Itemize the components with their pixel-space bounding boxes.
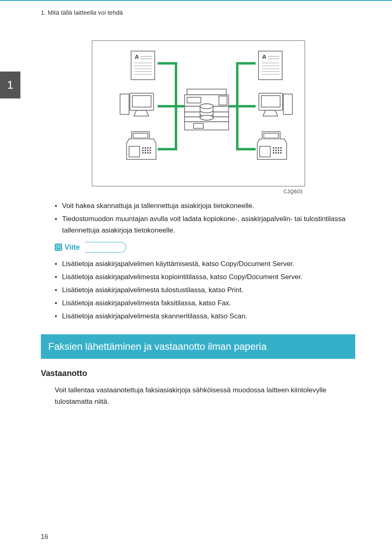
fax-icon xyxy=(257,132,287,159)
chapter-tab: 1 xyxy=(0,72,20,98)
svg-rect-31 xyxy=(185,122,229,130)
svg-rect-18 xyxy=(120,94,129,114)
svg-text:A: A xyxy=(262,54,266,60)
page: 1. Mitä tällä laitteella voi tehdä 1 xyxy=(0,0,392,557)
list-item: Lisätietoja asiakirjapalvelimesta skanne… xyxy=(55,311,355,322)
list-item: Lisätietoja asiakirjapalvelimesta kopioi… xyxy=(55,271,355,283)
svg-point-40 xyxy=(150,148,151,148)
svg-point-47 xyxy=(147,152,148,153)
svg-point-57 xyxy=(281,150,281,151)
svg-point-43 xyxy=(147,150,148,151)
svg-point-60 xyxy=(278,152,279,153)
svg-point-53 xyxy=(281,148,281,148)
reference-label: Viite xyxy=(65,243,85,252)
svg-point-39 xyxy=(147,148,148,148)
svg-point-56 xyxy=(278,150,279,151)
svg-point-48 xyxy=(150,152,151,153)
reference-icon xyxy=(55,244,62,251)
figure-code: CJQ603 xyxy=(92,189,303,195)
reference-rule xyxy=(85,242,126,253)
list-item: Lisätietoja asiakirjapalvelimesta faksit… xyxy=(55,298,355,309)
svg-point-50 xyxy=(273,148,274,148)
computer-icon xyxy=(120,93,154,116)
svg-rect-27 xyxy=(219,96,227,105)
section-banner: Faksien lähettäminen ja vastaanotto ilma… xyxy=(41,334,355,359)
svg-text:A: A xyxy=(135,54,139,60)
content-area: A A xyxy=(0,16,392,407)
document-icon: A xyxy=(131,51,155,80)
list-item: Lisätietoja asiakirjapalvelimesta tulost… xyxy=(55,284,355,296)
document-icon: A xyxy=(258,51,282,80)
chapter-header: 1. Mitä tällä laitteella voi tehdä xyxy=(0,3,392,16)
svg-point-42 xyxy=(145,150,146,151)
svg-rect-21 xyxy=(283,94,292,114)
svg-rect-24 xyxy=(187,89,226,95)
sub-heading: Vastaanotto xyxy=(41,369,355,378)
intro-bullets: Voit hakea skannattuja ja tallennettuja … xyxy=(41,200,355,236)
fax-icon xyxy=(127,132,156,159)
list-item: Lisätietoja asiakirjapalvelimen käyttämi… xyxy=(55,258,355,270)
top-rule xyxy=(0,0,392,1)
svg-point-55 xyxy=(276,150,276,151)
printer-icon xyxy=(185,89,229,130)
network-diagram-icon: A A xyxy=(92,40,305,186)
svg-rect-49 xyxy=(264,133,278,138)
page-number: 16 xyxy=(41,533,48,541)
svg-rect-26 xyxy=(187,97,201,103)
computer-icon xyxy=(259,93,292,116)
svg-point-41 xyxy=(143,150,143,151)
svg-point-44 xyxy=(150,150,151,151)
svg-point-58 xyxy=(273,152,274,153)
svg-point-52 xyxy=(278,148,279,148)
svg-point-37 xyxy=(143,148,143,148)
svg-rect-20 xyxy=(132,96,151,107)
list-item: Tiedostomuodon muuntajan avulla voit lad… xyxy=(55,213,355,236)
svg-point-61 xyxy=(281,152,281,153)
svg-rect-23 xyxy=(261,96,280,107)
svg-point-34 xyxy=(200,104,213,109)
svg-point-54 xyxy=(273,150,274,151)
svg-point-38 xyxy=(145,148,146,148)
svg-point-45 xyxy=(143,152,143,153)
svg-rect-36 xyxy=(133,133,148,138)
svg-point-51 xyxy=(276,148,276,148)
diagram-figure: A A xyxy=(92,40,304,195)
svg-rect-32 xyxy=(194,123,203,128)
svg-point-35 xyxy=(200,115,213,120)
reference-bullets: Lisätietoja asiakirjapalvelimen käyttämi… xyxy=(41,258,355,322)
body-paragraph: Voit tallentaa vastaanotettuja faksiasia… xyxy=(41,385,355,407)
svg-point-59 xyxy=(276,152,276,153)
svg-point-46 xyxy=(145,152,146,153)
list-item: Voit hakea skannattuja ja tallennettuja … xyxy=(55,200,355,212)
reference-heading: Viite xyxy=(55,242,355,253)
